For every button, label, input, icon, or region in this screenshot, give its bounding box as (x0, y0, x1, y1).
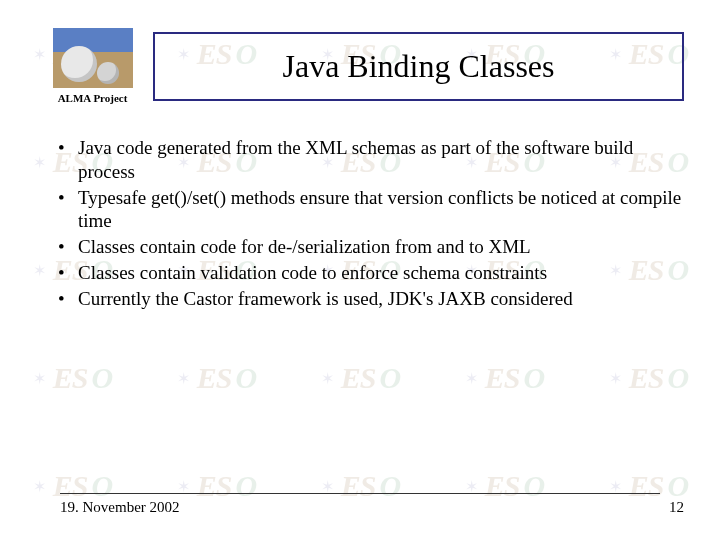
slide-footer: 19. November 2002 12 (60, 499, 684, 516)
title-box: Java Binding Classes (153, 32, 684, 101)
bullet-item: Classes contain validation code to enfor… (58, 261, 684, 285)
slide-title: Java Binding Classes (179, 48, 658, 85)
bullet-item: Currently the Castor framework is used, … (58, 287, 684, 311)
alma-logo (53, 28, 133, 88)
bullet-list: Java code generated from the XML schemas… (50, 136, 684, 310)
footer-page-number: 12 (669, 499, 684, 516)
footer-divider (60, 493, 660, 494)
logo-caption: ALMA Project (58, 92, 128, 104)
footer-date: 19. November 2002 (60, 499, 180, 516)
slide-header: ALMA Project Java Binding Classes (50, 28, 684, 104)
bullet-item: Typesafe get()/set() methods ensure that… (58, 186, 684, 234)
bullet-item: Classes contain code for de-/serializati… (58, 235, 684, 259)
bullet-item: Java code generated from the XML schemas… (58, 136, 684, 184)
